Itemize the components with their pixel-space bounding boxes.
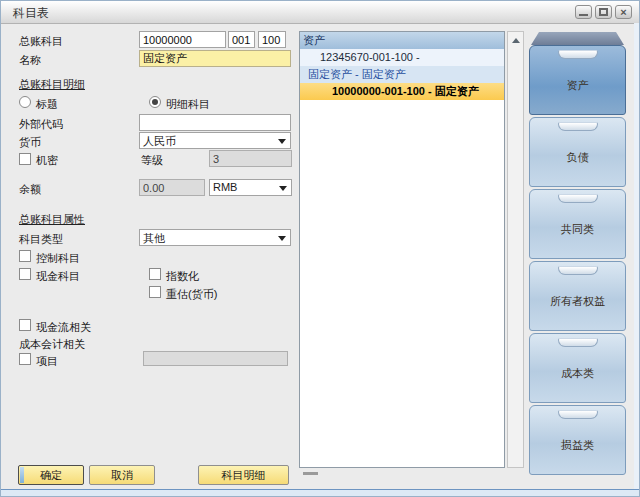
maximize-button[interactable] [595,5,612,19]
tree-horizontal-scrollbar[interactable] [303,472,318,475]
title-bar: 科目表 × [1,1,639,24]
revaluation-checkbox[interactable] [149,286,161,298]
gl-account-details-section-header: 总账科目明细 [19,77,85,92]
close-icon: × [616,5,631,19]
balance-input [139,179,205,196]
account-type-label: 科目类型 [19,232,63,247]
minimize-icon [579,14,588,16]
drawer-liabilities[interactable]: 负债 [529,117,626,187]
drawer-assets[interactable]: 资产 [529,45,626,115]
accounts-tree-panel: 资产 12345670-001-100 - 固定资产 - 固定资产 100000… [299,31,505,468]
radio-selected-dot [152,99,158,105]
window-frame-bottom [1,489,639,496]
confidential-checkbox[interactable] [19,153,31,165]
tree-row[interactable]: 12345670-001-100 - [300,49,504,66]
gl-account-label: 总账科目 [19,34,63,49]
drawer-cost[interactable]: 成本类 [529,333,626,403]
title-radio[interactable] [19,96,31,108]
balance-label: 余额 [19,182,41,197]
drawer-label: 成本类 [530,366,625,381]
gl-account-code-input[interactable] [139,31,226,48]
drawer-handle [558,410,598,419]
cash-flow-label: 现金流相关 [36,320,91,335]
drawer-handle [558,194,598,203]
project-label: 项目 [36,354,58,369]
name-label: 名称 [19,53,41,68]
window-controls: × [575,5,632,19]
chevron-down-icon [278,236,286,241]
gl-account-segment2-input[interactable] [258,31,286,48]
indexed-checkbox[interactable] [149,268,161,280]
account-name-input[interactable] [139,50,291,67]
active-account-radio-label: 明细科目 [166,97,210,112]
gl-account-segment1-input[interactable] [228,31,255,48]
chevron-down-icon [278,139,286,144]
cash-flow-checkbox[interactable] [19,319,31,331]
balance-currency-value: RMB [213,181,237,193]
ok-button[interactable]: 确定 [18,465,84,485]
active-account-radio[interactable] [149,96,161,108]
cost-accounting-label: 成本会计相关 [19,337,85,352]
account-details-button[interactable]: 科目明细 [198,465,289,485]
indexed-label: 指数化 [166,269,199,284]
account-type-value: 其他 [143,232,165,244]
cabinet-top [531,32,624,45]
tree-row-selected[interactable]: 10000000-001-100 - 固定资产 [300,83,504,100]
drawer-common[interactable]: 共同类 [529,189,626,259]
tree-drawer-header: 资产 [300,32,504,49]
cancel-button-label: 取消 [111,469,133,481]
control-account-label: 控制科目 [36,251,80,266]
drawer-handle [558,122,598,131]
currency-label: 货币 [19,135,41,150]
gl-account-properties-section-header: 总账科目属性 [19,212,85,227]
cash-account-label: 现金科目 [36,269,80,284]
drawer-label: 共同类 [530,222,625,237]
revaluation-label: 重估(货币) [166,287,217,302]
account-category-cabinet: 资产 负债 共同类 所有者权益 成本类 损益类 [529,32,626,475]
default-button-stripe [20,467,24,483]
ok-button-label: 确定 [40,469,62,481]
level-label: 等级 [141,153,163,168]
drawer-handle [558,338,598,347]
account-details-button-label: 科目明细 [222,469,266,481]
chart-of-accounts-window: 科目表 × 总账科目 名称 总账科目明细 标题 明细科目 外部代码 货币 人民币… [0,0,640,497]
drawer-label: 所有者权益 [530,294,625,309]
currency-dropdown[interactable]: 人民币 [139,132,291,149]
cancel-button[interactable]: 取消 [89,465,155,485]
drawer-handle [558,50,598,59]
control-account-checkbox[interactable] [19,250,31,262]
project-input [143,351,288,366]
drawer-label: 资产 [530,78,625,93]
title-radio-label: 标题 [36,97,58,112]
window-frame-right [634,23,639,490]
drawer-label: 负债 [530,150,625,165]
cash-account-checkbox[interactable] [19,268,31,280]
close-button[interactable]: × [615,5,632,19]
chevron-down-icon [279,186,287,191]
window-title: 科目表 [13,5,49,22]
account-type-dropdown[interactable]: 其他 [139,229,291,246]
drawer-owners-equity[interactable]: 所有者权益 [529,261,626,331]
minimize-button[interactable] [575,5,592,19]
drawer-profit-loss[interactable]: 损益类 [529,405,626,475]
level-input [209,150,292,167]
external-code-label: 外部代码 [19,117,63,132]
drawer-handle [558,266,598,275]
maximize-icon [599,8,608,16]
project-checkbox[interactable] [19,353,31,365]
currency-value: 人民币 [143,135,176,147]
balance-currency-dropdown[interactable]: RMB [209,179,292,196]
tree-row[interactable]: 固定资产 - 固定资产 [300,66,504,83]
tree-vertical-scrollbar[interactable] [507,31,524,468]
external-code-input[interactable] [139,114,291,131]
confidential-label: 机密 [36,153,58,168]
scroll-up-icon [512,38,520,43]
drawer-label: 损益类 [530,438,625,453]
